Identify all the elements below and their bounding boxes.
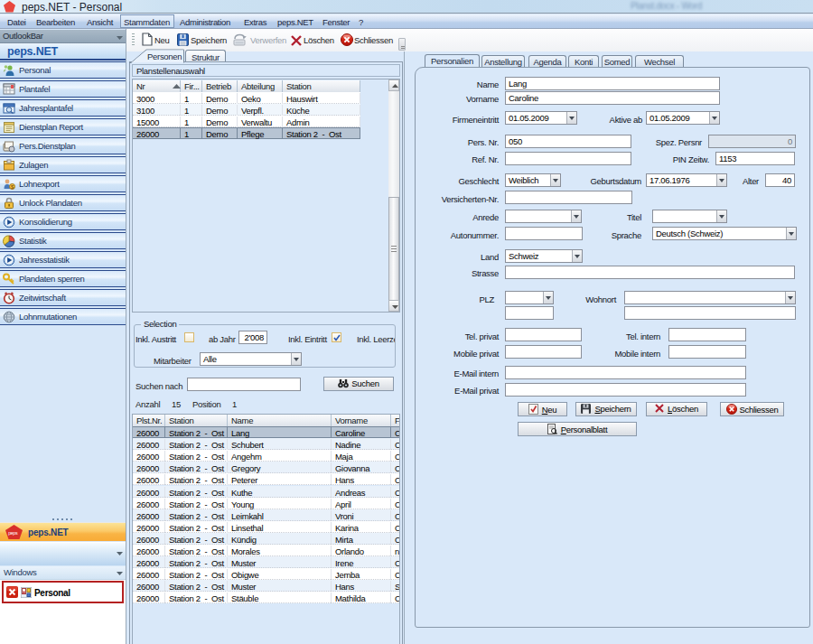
svg-text:peps: peps xyxy=(8,530,18,536)
